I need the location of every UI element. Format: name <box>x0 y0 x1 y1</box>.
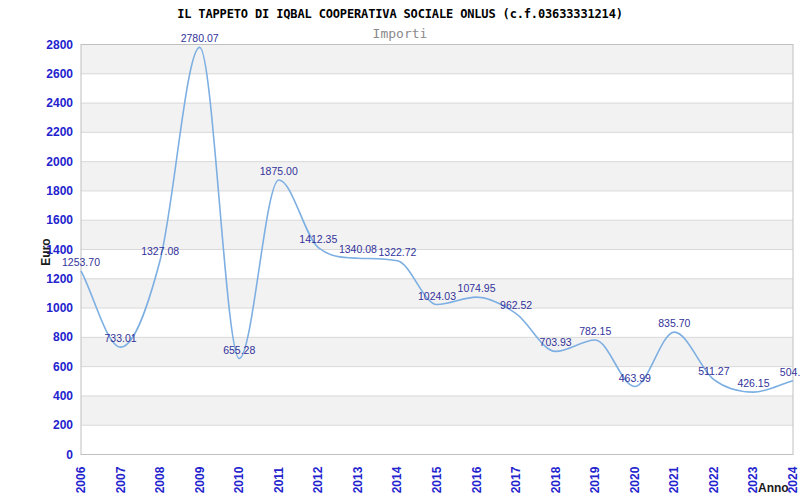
x-axis-title: Anno <box>758 481 789 495</box>
data-point-label: 835.70 <box>658 317 690 330</box>
data-point-label: 962.52 <box>500 299 532 312</box>
data-point-label: 426.15 <box>737 377 769 390</box>
x-tick-label: 2013 <box>351 467 365 494</box>
x-tick-label: 2017 <box>509 467 523 494</box>
plot-band <box>81 162 793 191</box>
plot-band <box>81 103 793 132</box>
data-point-label: 703.93 <box>540 336 572 349</box>
plot-band <box>81 396 793 425</box>
x-tick-label: 2009 <box>193 467 207 494</box>
x-tick-label: 2016 <box>470 467 484 494</box>
plot-band <box>81 220 793 249</box>
data-point-label: 1322.72 <box>378 246 416 259</box>
y-tick-label: 200 <box>0 417 73 433</box>
x-tick-label: 2015 <box>430 467 444 494</box>
x-tick-label: 2021 <box>667 467 681 494</box>
data-point-label: 511.27 <box>698 365 729 378</box>
data-point-label: 1412.35 <box>299 233 337 246</box>
x-tick-label: 2019 <box>588 467 602 494</box>
data-point-label: 504.1 <box>780 366 800 379</box>
x-tick-label: 2010 <box>232 467 246 494</box>
data-point-label: 1074.95 <box>458 282 496 295</box>
y-tick-label: 1000 <box>0 300 73 316</box>
y-tick-label: 600 <box>0 359 73 375</box>
y-tick-label: 800 <box>0 329 73 345</box>
data-point-label: 1253.70 <box>62 256 100 269</box>
y-tick-label: 2200 <box>0 124 73 140</box>
x-tick-label: 2012 <box>311 467 325 494</box>
plot-band <box>81 45 793 74</box>
data-point-label: 782.15 <box>579 325 611 338</box>
y-tick-label: 2400 <box>0 95 73 111</box>
y-tick-label: 0 <box>0 447 73 463</box>
x-tick-label: 2007 <box>114 467 128 494</box>
x-tick-label: 2018 <box>549 467 563 494</box>
y-tick-label: 2000 <box>0 154 73 170</box>
y-tick-label: 2600 <box>0 66 73 82</box>
x-tick-label: 2020 <box>628 467 642 494</box>
y-tick-label: 1800 <box>0 183 73 199</box>
x-tick-label: 2022 <box>707 467 721 494</box>
data-point-label: 1327.08 <box>141 245 179 258</box>
data-point-label: 1024.03 <box>418 290 456 303</box>
y-axis-title: Euro <box>39 238 53 265</box>
y-tick-label: 400 <box>0 388 73 404</box>
x-tick-label: 2014 <box>390 467 404 494</box>
y-tick-label: 1200 <box>0 271 73 287</box>
data-point-label: 463.99 <box>619 372 651 385</box>
data-point-label: 733.01 <box>104 332 136 345</box>
data-point-label: 1340.08 <box>339 243 377 256</box>
data-point-label: 655.28 <box>223 344 255 357</box>
data-point-label: 2780.07 <box>181 32 219 45</box>
y-tick-label: 1600 <box>0 212 73 228</box>
y-tick-label: 2800 <box>0 37 73 53</box>
x-tick-label: 2011 <box>272 467 286 493</box>
data-point-label: 1875.00 <box>260 165 298 178</box>
x-tick-label: 2006 <box>74 467 88 494</box>
chart-canvas: IL TAPPETO DI IQBAL COOPERATIVA SOCIALE … <box>0 0 800 500</box>
x-tick-label: 2008 <box>153 467 167 494</box>
